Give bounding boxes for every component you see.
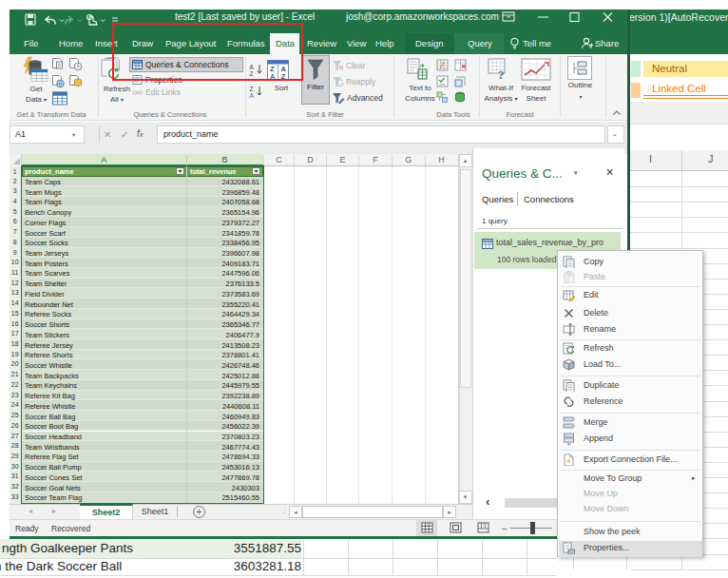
svg-text:?: ? [498, 67, 505, 81]
svg-text:A: A [250, 92, 255, 99]
